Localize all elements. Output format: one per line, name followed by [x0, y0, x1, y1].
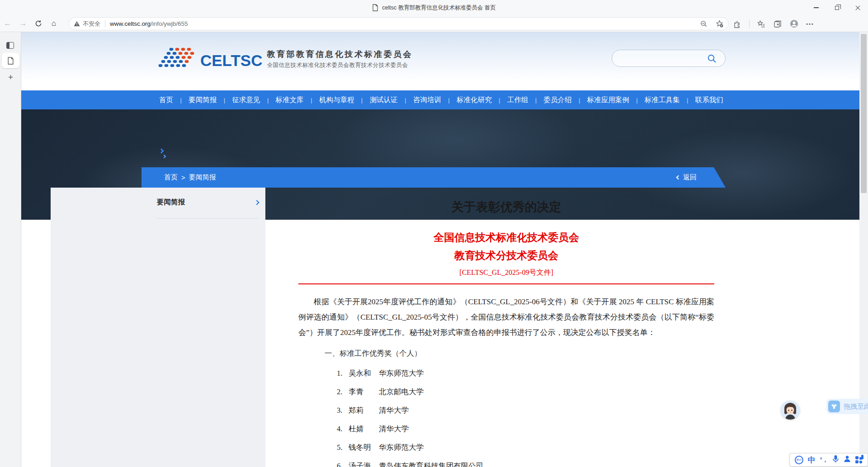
award-name: 吴永和	[349, 368, 379, 378]
nav-separator: |	[267, 97, 269, 104]
nav-item-comments[interactable]: 征求意见	[232, 95, 260, 105]
security-status[interactable]: 不安全	[74, 20, 100, 28]
award-row: 2. 李青 北京邮电大学	[337, 382, 714, 401]
site-header: CELTSC 教育部教育信息化技术标准委员会 全国信息技术标准化技术委员会教育技…	[21, 32, 859, 90]
zoom-level-icon[interactable]	[699, 19, 708, 28]
nav-item-cases[interactable]: 标准应用案例	[587, 95, 629, 105]
scrollbar-thumb[interactable]	[861, 34, 867, 193]
nav-item-tools[interactable]: 标准工具集	[645, 95, 680, 105]
add-favorite-icon[interactable]	[715, 19, 724, 28]
restore-button[interactable]	[826, 0, 847, 15]
nav-item-members[interactable]: 委员介绍	[544, 95, 572, 105]
netdisk-drop-widget[interactable]: 拖拽至此	[826, 399, 868, 414]
nav-item-charter[interactable]: 机构与章程	[319, 95, 354, 105]
award-org: 华东师范大学	[379, 443, 424, 453]
new-tab-button[interactable]: +	[0, 72, 21, 83]
back-button[interactable]: ←	[0, 17, 15, 30]
breadcrumb-current: 要闻简报	[189, 173, 216, 182]
extensions-icon[interactable]	[733, 19, 742, 28]
refresh-button[interactable]	[31, 17, 46, 30]
active-vertical-tab[interactable]	[2, 53, 19, 68]
site-logo[interactable]: CELTSC 教育部教育信息化技术标准委员会 全国信息技术标准化技术委员会教育技…	[156, 47, 413, 70]
award-row: 6. 汤子海 青岛伟东教育科技集团有限公司	[337, 457, 714, 467]
nav-item-standards[interactable]: 标准文库	[276, 95, 304, 105]
back-label: 返回	[683, 173, 697, 182]
tab-actions-icon[interactable]	[6, 42, 14, 49]
award-row: 5. 钱冬明 华东师范大学	[337, 438, 714, 457]
section-sidebar: 要闻简报	[51, 188, 265, 467]
nav-separator: |	[180, 97, 181, 104]
assistant-avatar[interactable]	[781, 401, 800, 420]
nav-separator: |	[448, 97, 449, 104]
page-icon	[372, 4, 378, 11]
nav-separator: |	[499, 97, 500, 104]
user-icon[interactable]	[844, 455, 851, 464]
award-name: 汤子海	[349, 461, 379, 467]
nav-separator: |	[636, 97, 637, 104]
ime-toolbar[interactable]: iFLY 中 °， +	[789, 453, 868, 467]
minimize-button[interactable]	[806, 0, 826, 15]
edge-browser-window: celtsc 教育部教育信息化技术标准委员会 首页 ← → ⌂	[0, 0, 868, 467]
article-doc-number: [CELTSC_GL_2025-09号文件]	[298, 268, 714, 278]
nav-item-training[interactable]: 咨询培训	[413, 95, 441, 105]
award-number: 5.	[337, 443, 349, 452]
article-org-line1: 全国信息技术标准化技术委员会	[298, 231, 714, 245]
award-row: 4. 杜婧 清华大学	[337, 420, 714, 438]
profile-avatar[interactable]	[789, 19, 798, 28]
award-org: 青岛伟东教育科技集团有限公司	[379, 461, 483, 467]
chevron-right-icon	[254, 200, 259, 205]
browser-titlebar: celtsc 教育部教育信息化技术标准委员会 首页	[0, 0, 868, 15]
address-divider	[105, 20, 105, 27]
award-name: 李青	[349, 387, 379, 397]
security-label: 不安全	[83, 20, 100, 28]
home-button[interactable]: ⌂	[46, 17, 61, 30]
nav-item-contact[interactable]: 联系我们	[695, 95, 723, 105]
nav-item-workgroups[interactable]: 工作组	[507, 95, 528, 105]
search-input[interactable]	[619, 51, 705, 66]
forward-button[interactable]: →	[15, 17, 31, 30]
award-name: 杜婧	[349, 424, 379, 434]
microphone-icon[interactable]	[832, 455, 839, 465]
breadcrumb-home-link[interactable]: 首页	[164, 173, 178, 182]
award-name: 钱冬明	[349, 443, 379, 453]
search-icon[interactable]	[707, 54, 717, 66]
favorites-list-icon[interactable]	[757, 19, 766, 28]
drag-here-label: 拖拽至此	[844, 402, 868, 411]
nav-item-news[interactable]: 要闻简报	[189, 95, 217, 105]
logo-wordmark: CELTSC	[200, 52, 262, 70]
article-body: 根据《关于开展2025年度评优工作的通知》（CELTSC_GL_2025-06号…	[298, 294, 714, 340]
page-icon	[7, 57, 14, 65]
award-org: 北京邮电大学	[379, 387, 424, 397]
nav-item-home[interactable]: 首页	[159, 95, 173, 105]
ifly-logo-icon[interactable]: iFLY	[795, 456, 803, 464]
collections-icon[interactable]	[773, 19, 782, 28]
red-divider	[298, 283, 714, 284]
nav-separator: |	[405, 97, 406, 104]
award-number: 6.	[337, 462, 349, 467]
url-text: www.celtsc.org/info/ywjb/655	[110, 20, 188, 27]
breadcrumb-separator: >	[181, 174, 185, 181]
award-name: 郑莉	[349, 406, 379, 415]
award-org: 华东师范大学	[379, 368, 424, 378]
address-bar[interactable]: 不安全 www.celtsc.org/info/ywjb/655	[69, 17, 729, 30]
sidebar-item-news[interactable]: 要闻简报	[157, 198, 259, 207]
close-button[interactable]	[847, 0, 868, 15]
nav-item-research[interactable]: 标准化研究	[457, 95, 492, 105]
back-link[interactable]: 返回	[677, 167, 697, 188]
ime-language-toggle[interactable]: 中	[808, 455, 816, 465]
site-search-box[interactable]	[612, 50, 726, 67]
article-org-line2: 教育技术分技术委员会	[298, 249, 714, 263]
logo-dots-icon	[156, 47, 198, 70]
nav-item-testing[interactable]: 测试认证	[370, 95, 398, 105]
nav-separator: |	[361, 97, 363, 104]
ime-punctuation-toggle[interactable]: °，	[820, 456, 828, 464]
award-org: 清华大学	[379, 424, 409, 434]
settings-menu-icon[interactable]: •••	[806, 19, 815, 28]
netdisk-icon	[828, 401, 840, 412]
ime-panel-icon[interactable]: +	[855, 456, 863, 463]
active-tab[interactable]: celtsc 教育部教育信息化技术标准委员会 首页	[0, 0, 868, 15]
award-list: 1. 吴永和 华东师范大学 2. 李青 北京邮电大学 3. 郑莉 清华大学 4.…	[337, 364, 714, 467]
logo-org-name: 教育部教育信息化技术标准委员会	[267, 49, 413, 60]
award-number: 3.	[337, 406, 349, 415]
award-row: 3. 郑莉 清华大学	[337, 401, 714, 420]
